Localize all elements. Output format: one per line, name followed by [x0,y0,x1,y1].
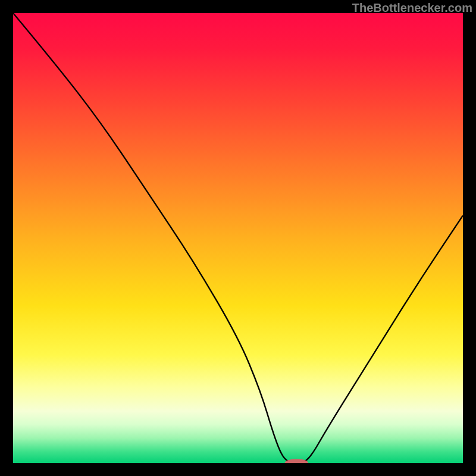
plot-area [13,13,463,463]
gradient-background [13,13,463,463]
bottleneck-chart [13,13,463,463]
chart-frame: TheBottlenecker.com [0,0,476,476]
